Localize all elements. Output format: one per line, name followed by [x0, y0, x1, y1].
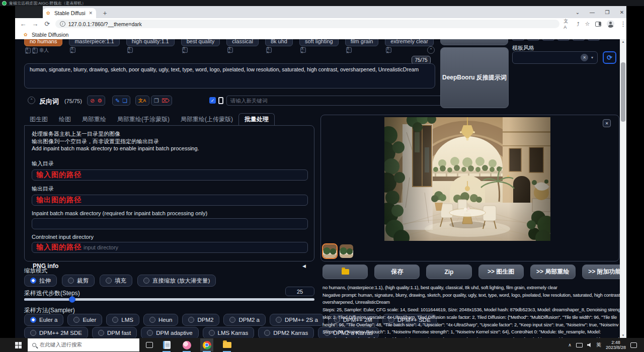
negative-prompt-textarea[interactable]: human, signature, blurry, drawing, sketc… — [24, 63, 435, 89]
scroll-down-icon[interactable]: ▼ — [620, 333, 626, 338]
window-minimize-button[interactable]: — — [585, 6, 599, 18]
prompt-tag-button[interactable]: classical — [226, 39, 259, 46]
window-chevron-button[interactable]: ⌄ — [571, 6, 585, 18]
gallery-thumbnail-1[interactable] — [323, 244, 337, 258]
window-restore-button[interactable]: ❐ — [600, 6, 614, 18]
document-icon[interactable]: ❐ — [154, 98, 159, 104]
sampler-heun[interactable]: Heun — [143, 314, 179, 326]
translate-icon[interactable]: 文A — [32, 48, 38, 53]
trash-icon[interactable]: ⌦ — [162, 98, 170, 104]
steps-slider[interactable] — [24, 298, 314, 301]
generated-image[interactable] — [384, 117, 550, 241]
prompt-tag-button[interactable]: soft lighting — [299, 39, 339, 46]
open-folder-button[interactable] — [323, 265, 368, 279]
translate-icon[interactable]: 文A — [127, 47, 133, 53]
steps-value-input[interactable]: 25 — [285, 287, 314, 296]
translate-icon[interactable]: 文A — [70, 47, 75, 53]
browser-tab[interactable]: ✿ Stable Diffusion ✕ — [43, 8, 96, 18]
taskbar-app-pink[interactable] — [180, 338, 193, 351]
sampler-dpmpp-2s-a[interactable]: DPM++ 2S a — [270, 314, 324, 326]
taskbar-app-notepad[interactable] — [160, 338, 173, 351]
send-to-img2img-button[interactable]: >> 图生图 — [478, 265, 524, 279]
kebab-menu-icon[interactable]: ⋮ — [620, 20, 626, 28]
bookmark-item[interactable]: Stable Diffusion — [32, 32, 68, 38]
tab-inpaint-sketch[interactable]: 局部重绘(手涂蒙版) — [112, 114, 175, 125]
tab-close-icon[interactable]: ✕ — [89, 11, 93, 16]
window-close-button[interactable]: ✕ — [615, 6, 629, 18]
prompt-tag-button[interactable]: masterpiece:1.1 — [69, 39, 119, 46]
sampler-euler-a[interactable]: Euler a — [24, 314, 63, 326]
side-panel-icon[interactable] — [595, 22, 601, 27]
sampler-dpmpp-2m-sde[interactable]: DPM++ 2M SDE — [24, 327, 88, 338]
url-bar[interactable]: i 127.0.0.1:7860/?__theme=dark — [55, 20, 560, 28]
profile-avatar[interactable] — [607, 20, 614, 28]
windows-start-icon[interactable] — [15, 342, 22, 348]
resize-option-fill[interactable]: 填充 — [100, 275, 132, 287]
prompt-tag-button[interactable]: high quality:1.1 — [126, 39, 175, 46]
save-button[interactable]: 保存 — [374, 265, 420, 279]
prompt-tag-button[interactable]: film grain — [345, 39, 379, 46]
interrogate-button-partial[interactable] — [440, 39, 508, 45]
tab-inpaint[interactable]: 局部重绘 — [76, 114, 112, 125]
tab-sketch[interactable]: 绘图 — [53, 114, 76, 125]
sampler-dpm-fast[interactable]: DPM fast — [92, 327, 137, 338]
style-template-dropdown[interactable]: ✕ ▾ — [512, 51, 598, 64]
resize-option-latent[interactable]: 直接缩放 (放大潜变量) — [137, 275, 216, 287]
back-icon[interactable]: ← — [17, 20, 29, 28]
translate-icon[interactable]: 文A — [386, 47, 391, 53]
forward-icon[interactable]: → — [29, 20, 41, 28]
png-info-accordion[interactable]: PNG info ◀ — [32, 259, 307, 270]
input-directory-field[interactable]: 输入图的路径 — [32, 169, 308, 181]
settings-icon[interactable]: ⚙ — [97, 98, 102, 104]
translate-icon[interactable]: 文A — [346, 47, 352, 53]
ime-indicator[interactable]: 英 — [596, 341, 601, 348]
section-collapse-icon[interactable]: ⌃ — [28, 97, 35, 104]
clear-selection-icon[interactable]: ✕ — [581, 54, 588, 61]
tray-chevron-icon[interactable]: ∧ — [568, 342, 572, 347]
volume-icon[interactable] — [587, 343, 592, 347]
translate-icon[interactable]: 文A — [266, 47, 272, 53]
new-tab-button[interactable]: ＋ — [102, 9, 108, 18]
sampler-euler[interactable]: Euler — [67, 314, 102, 326]
translate-icon[interactable]: 文A — [138, 98, 146, 104]
mask-directory-field[interactable] — [32, 218, 308, 229]
disable-icon[interactable]: ⊘ — [90, 98, 95, 104]
scroll-up-icon[interactable]: ▲ — [620, 39, 626, 44]
taskbar-app-chrome[interactable] — [200, 338, 213, 351]
translate-icon[interactable]: 文A — [182, 47, 188, 53]
refresh-styles-button[interactable]: ⟳ — [603, 51, 616, 64]
close-gallery-icon[interactable]: ✕ — [603, 119, 611, 127]
translate-icon[interactable]: 文A — [300, 47, 306, 53]
copy-icon[interactable]: ❏ — [122, 98, 127, 104]
tab-inpaint-upload[interactable]: 局部重绘(上传蒙版) — [175, 114, 238, 125]
sampler-dpm-adaptive[interactable]: DPM adaptive — [141, 327, 198, 338]
sampler-dpm2-a[interactable]: DPM2 a — [223, 314, 266, 326]
sampler-lms[interactable]: LMS — [106, 314, 139, 326]
scrollbar-thumb[interactable] — [621, 62, 625, 122]
page-scrollbar[interactable]: ▲ ▼ — [620, 39, 626, 338]
steps-slider-handle[interactable] — [69, 296, 75, 303]
tab-batch[interactable]: 批量处理 — [238, 113, 275, 126]
deepbooru-button[interactable]: DeepBooru 反推提示词 — [440, 47, 509, 108]
resize-option-crop[interactable]: 裁剪 — [62, 275, 95, 287]
sampler-dpm2-karras[interactable]: DPM2 Karras — [258, 327, 314, 338]
share-icon[interactable]: ⤴ — [577, 21, 580, 27]
taskbar-search[interactable]: 在此键入进行搜索 — [28, 338, 139, 351]
prompt-tag-button[interactable]: extremely clear — [385, 39, 434, 46]
translate-icon[interactable]: 文A — [564, 18, 571, 30]
taskbar-app-explorer[interactable] — [220, 338, 233, 351]
task-view-icon[interactable] — [146, 342, 153, 348]
sampler-lms-karras[interactable]: LMS Karras — [203, 327, 255, 338]
network-display-icon[interactable] — [576, 343, 583, 347]
send-to-inpaint-button[interactable]: >> 局部重绘 — [530, 265, 576, 279]
secondary-checkbox[interactable] — [218, 97, 223, 104]
taskbar-clock[interactable]: 2:48 2023/8/28 — [606, 340, 626, 350]
new-keyword-input[interactable] — [226, 96, 443, 106]
prompt-tag-button[interactable]: best quality — [181, 39, 220, 46]
translate-icon[interactable]: 文A — [227, 47, 233, 53]
prompt-tag-button[interactable]: 8k uhd — [265, 39, 293, 46]
notification-center-icon[interactable] — [630, 342, 637, 348]
auto-translate-checkbox[interactable]: ✓ — [209, 97, 216, 104]
reload-icon[interactable]: ⟳ — [41, 20, 53, 28]
resize-option-stretch[interactable]: 拉伸 — [24, 275, 57, 287]
